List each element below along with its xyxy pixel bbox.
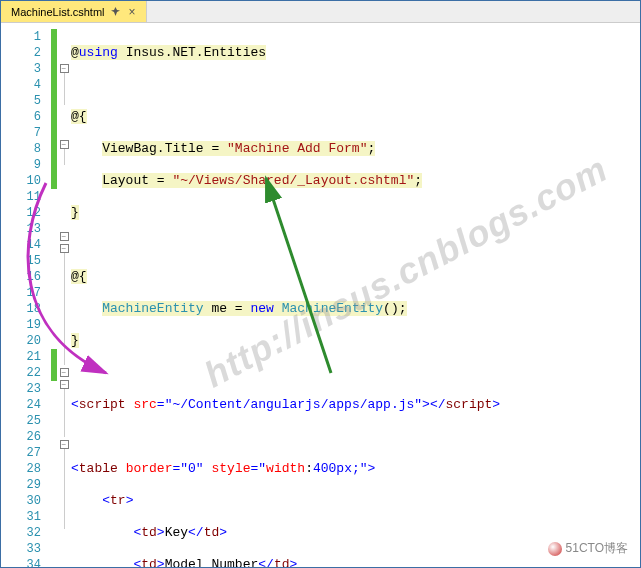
tab-filename: MachineList.cshtml <box>11 6 105 18</box>
credit-icon <box>548 542 562 556</box>
file-tab[interactable]: MachineList.cshtml × <box>1 1 147 22</box>
fold-gutter[interactable]: −−−−−−− <box>57 23 71 567</box>
code-area[interactable]: @using Insus.NET.Entities @{ ViewBag.Tit… <box>71 23 586 567</box>
tab-bar: MachineList.cshtml × <box>1 1 640 23</box>
credit-text: 51CTO博客 <box>566 540 628 557</box>
pin-icon[interactable] <box>111 7 121 17</box>
code-editor[interactable]: 1234567891011121314151617181920212223242… <box>1 23 640 567</box>
credit-badge: 51CTO博客 <box>548 540 628 557</box>
line-number-gutter: 1234567891011121314151617181920212223242… <box>1 23 51 567</box>
close-icon[interactable]: × <box>127 5 138 19</box>
